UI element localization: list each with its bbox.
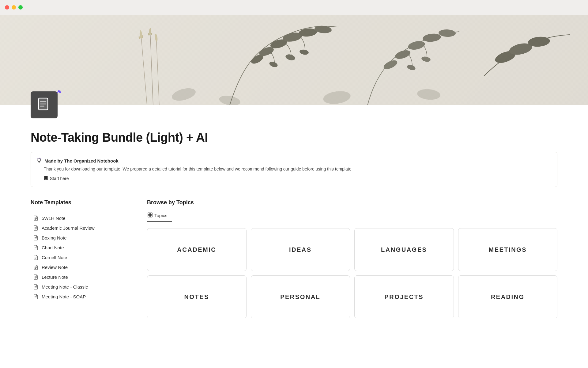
note-list-item[interactable]: Lecture Note	[31, 272, 129, 282]
topic-card[interactable]: MEETINGS	[458, 228, 558, 271]
titlebar	[0, 0, 588, 15]
maximize-button[interactable]	[18, 5, 23, 10]
topics-tab-bar: Topics	[147, 210, 557, 222]
document-icon	[33, 255, 39, 260]
document-icon	[33, 225, 39, 231]
topics-tab[interactable]: Topics	[147, 210, 172, 222]
note-list-item[interactable]: Boxing Note	[31, 233, 129, 242]
browse-topics-section: Browse by Topics Topics ACAD	[147, 199, 557, 318]
info-box-body: Thank you for downloading our template! …	[44, 166, 550, 172]
note-list-item[interactable]: Chart Note	[31, 243, 129, 252]
main-content: Note-Taking Bundle (Light) + AI Made by …	[0, 119, 588, 337]
note-templates-section: Note Templates 5W1H Note Academic Journa…	[31, 199, 129, 301]
lightbulb-icon	[36, 158, 42, 164]
topic-label: LANGUAGES	[381, 246, 427, 253]
topics-grid: ACADEMICIDEASLANGUAGESMEETINGSNOTESPERSO…	[147, 228, 557, 318]
topic-label: IDEAS	[289, 246, 312, 253]
topic-card[interactable]: NOTES	[147, 275, 247, 318]
note-item-label: Meeting Note - SOAP	[42, 294, 86, 299]
svg-rect-75	[150, 213, 152, 215]
info-box: Made by The Organized Notebook Thank you…	[31, 152, 557, 187]
document-icon	[33, 235, 39, 240]
document-icon	[33, 245, 39, 250]
document-icon	[33, 215, 39, 221]
two-col-layout: Note Templates 5W1H Note Academic Journa…	[31, 199, 557, 318]
note-list-item[interactable]: Meeting Note - Classic	[31, 282, 129, 291]
info-box-header: Made by The Organized Notebook	[36, 158, 550, 164]
svg-rect-76	[148, 215, 150, 217]
topic-card[interactable]: PROJECTS	[354, 275, 454, 318]
grid-icon	[148, 213, 153, 218]
svg-rect-74	[148, 213, 150, 215]
document-icon	[33, 284, 39, 289]
topic-label: PERSONAL	[280, 293, 320, 301]
topics-tab-label: Topics	[154, 213, 168, 218]
document-icon	[33, 264, 39, 270]
close-button[interactable]	[5, 5, 9, 10]
page-icon	[31, 91, 58, 118]
note-item-label: Meeting Note - Classic	[42, 284, 88, 289]
topic-card[interactable]: IDEAS	[251, 228, 350, 271]
browse-topics-heading: Browse by Topics	[147, 199, 557, 206]
note-list-item[interactable]: Review Note	[31, 263, 129, 272]
topic-label: READING	[491, 293, 525, 301]
ai-badge: AI	[57, 89, 61, 94]
topic-label: MEETINGS	[489, 246, 527, 253]
note-item-label: Chart Note	[42, 245, 64, 250]
topic-label: ACADEMIC	[177, 246, 216, 253]
note-templates-heading: Note Templates	[31, 199, 129, 209]
topic-card[interactable]: READING	[458, 275, 558, 318]
document-icon	[33, 274, 39, 280]
svg-line-45	[40, 159, 41, 159]
author-label: Made by The Organized Notebook	[44, 158, 119, 163]
page-title: Note-Taking Bundle (Light) + AI	[31, 131, 557, 144]
topic-card[interactable]: ACADEMIC	[147, 228, 247, 271]
note-item-label: Cornell Note	[42, 255, 67, 260]
note-list-item[interactable]: 5W1H Note	[31, 213, 129, 223]
document-icon	[33, 294, 39, 299]
note-list-item[interactable]: Cornell Note	[31, 253, 129, 262]
start-here-link[interactable]: Start here	[44, 175, 550, 181]
topic-card[interactable]: LANGUAGES	[354, 228, 454, 271]
topic-label: NOTES	[184, 293, 209, 301]
note-item-label: 5W1H Note	[42, 216, 66, 221]
svg-line-46	[38, 159, 38, 159]
page-icon-wrapper: AI	[31, 91, 58, 119]
note-item-label: Boxing Note	[42, 235, 67, 240]
topic-label: PROJECTS	[384, 293, 424, 301]
note-list: 5W1H Note Academic Journal Review Boxing…	[31, 213, 129, 301]
start-here-label: Start here	[50, 176, 69, 181]
note-item-label: Academic Journal Review	[42, 225, 95, 231]
svg-rect-77	[150, 215, 152, 217]
topic-card[interactable]: PERSONAL	[251, 275, 350, 318]
note-list-item[interactable]: Meeting Note - SOAP	[31, 292, 129, 301]
hero-banner	[0, 15, 588, 105]
minimize-button[interactable]	[12, 5, 16, 10]
note-item-label: Review Note	[42, 265, 68, 270]
note-list-item[interactable]: Academic Journal Review	[31, 223, 129, 232]
note-item-label: Lecture Note	[42, 274, 68, 280]
bookmark-icon	[44, 175, 48, 181]
